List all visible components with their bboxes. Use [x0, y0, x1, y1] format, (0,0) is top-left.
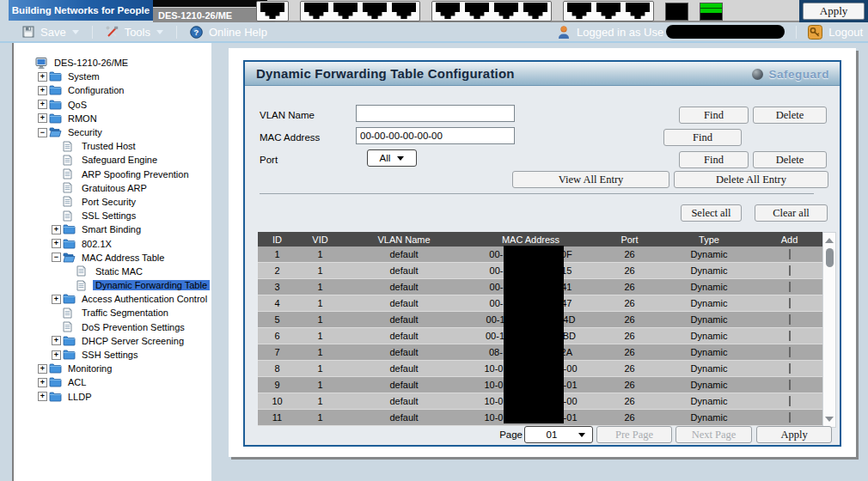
add-cell [756, 412, 822, 423]
next-page-button[interactable]: Next Page [675, 426, 752, 443]
sidebar-item-des-1210-26-me[interactable]: DES-1210-26/ME [22, 56, 208, 70]
add-checkbox[interactable] [789, 282, 791, 292]
port-status-strip [256, 0, 723, 22]
doc-icon [63, 155, 76, 166]
vlan-delete-button[interactable]: Delete [753, 107, 827, 124]
doc-icon [76, 280, 89, 291]
add-cell [756, 314, 822, 325]
expand-plus-icon[interactable]: + [52, 239, 61, 248]
add-checkbox[interactable] [789, 249, 791, 259]
scroll-down-arrow-icon[interactable] [823, 413, 835, 425]
sidebar-item-monitoring[interactable]: +Monitoring [22, 362, 208, 375]
delete-all-entry-button[interactable]: Delete All Entry [674, 171, 828, 188]
add-checkbox[interactable] [789, 412, 791, 423]
sidebar-item-gratuitous-arp[interactable]: Gratuitous ARP [22, 181, 208, 195]
port-select[interactable]: All [367, 149, 417, 167]
expand-plus-icon[interactable]: + [38, 392, 47, 401]
save-menu[interactable]: Save [22, 26, 79, 39]
page-select[interactable]: 01 [524, 426, 593, 443]
sidebar-item-safeguard-engine[interactable]: Safeguard Engine [22, 153, 208, 167]
add-checkbox[interactable] [789, 265, 791, 276]
pre-page-button[interactable]: Pre Page [596, 426, 672, 443]
sidebar-item-802-1x[interactable]: +802.1X [22, 236, 208, 250]
port-find-button[interactable]: Find [679, 151, 749, 168]
sidebar-item-trusted-host[interactable]: Trusted Host [22, 139, 208, 153]
port-delete-button[interactable]: Delete [753, 151, 827, 168]
table-scrollbar[interactable] [822, 232, 836, 428]
view-all-entry-button[interactable]: View All Entry [512, 171, 669, 188]
expand-plus-icon[interactable]: + [52, 336, 61, 345]
add-checkbox[interactable] [789, 363, 791, 374]
svg-text:?: ? [194, 27, 199, 37]
expand-plus-icon[interactable]: + [52, 295, 61, 304]
sidebar-item-static-mac[interactable]: Static MAC [22, 265, 208, 278]
expand-plus-icon[interactable]: + [52, 225, 61, 234]
expand-plus-icon[interactable]: + [38, 113, 47, 123]
sidebar-item-lldp[interactable]: +LLDP [22, 390, 208, 404]
tree-indent [50, 197, 63, 206]
cropped-label-area [153, 0, 267, 7]
page-apply-button[interactable]: Apply [756, 426, 832, 443]
add-checkbox[interactable] [789, 298, 791, 308]
vlan-find-button[interactable]: Find [679, 107, 749, 124]
type-cell: Dynamic [662, 265, 756, 276]
sidebar-item-smart-binding[interactable]: +Smart Binding [22, 222, 208, 236]
sidebar-item-dynamic-forwarding-table[interactable]: Dynamic Forwarding Table [22, 278, 208, 292]
expand-plus-icon[interactable]: + [38, 378, 47, 387]
banner-apply-button[interactable]: Apply [803, 3, 865, 20]
chevron-down-icon[interactable] [156, 30, 163, 34]
collapse-minus-icon[interactable]: − [52, 253, 61, 262]
folder-icon [49, 377, 62, 388]
sidebar-item-system[interactable]: +System [22, 70, 208, 83]
online-help-button[interactable]: ? Online Help [190, 26, 267, 39]
doc-icon [63, 307, 76, 319]
expand-plus-icon[interactable]: + [38, 72, 47, 82]
expand-plus-icon[interactable]: + [52, 350, 61, 360]
mac-address-input[interactable] [356, 127, 515, 144]
port-group [256, 1, 289, 21]
tree-indent [64, 266, 76, 276]
port-cell: 26 [597, 314, 662, 325]
clear-all-button[interactable]: Clear all [755, 204, 828, 222]
sidebar-item-mac-address-table[interactable]: −MAC Address Table [22, 251, 208, 265]
tree-indent: + [50, 225, 63, 234]
folder-icon [49, 71, 62, 82]
add-checkbox[interactable] [789, 331, 791, 341]
tree-indent: − [36, 128, 49, 137]
tree-indent [64, 281, 76, 290]
sidebar-item-rmon[interactable]: +RMON [22, 112, 208, 125]
online-help-label: Online Help [209, 26, 267, 39]
expand-plus-icon[interactable]: + [38, 364, 47, 374]
sidebar-item-security[interactable]: −Security [22, 125, 208, 139]
add-cell [756, 363, 822, 374]
select-all-button[interactable]: Select all [681, 204, 742, 222]
sidebar-item-dos-prevention-settings[interactable]: DoS Prevention Settings [22, 320, 208, 334]
port-cell: 26 [597, 396, 662, 406]
column-header-vid: VID [296, 234, 344, 245]
add-checkbox[interactable] [789, 347, 791, 357]
sidebar-item-qos[interactable]: +QoS [22, 98, 208, 112]
mac-find-button[interactable]: Find [663, 129, 742, 146]
add-checkbox[interactable] [789, 396, 791, 406]
port-group [300, 1, 420, 21]
sidebar-item-configuration[interactable]: +Configuration [22, 83, 208, 97]
sidebar-item-traffic-segmentation[interactable]: Traffic Segmentation [22, 306, 208, 320]
collapse-minus-icon[interactable]: − [38, 128, 47, 137]
sidebar-item-acl[interactable]: +ACL [22, 375, 208, 389]
sidebar-item-access-authentication-control[interactable]: +Access Authentication Control [22, 292, 208, 306]
logout-button[interactable]: Logout [828, 26, 863, 39]
sidebar-item-ssl-settings[interactable]: SSL Settings [22, 209, 208, 222]
chevron-down-icon[interactable] [72, 30, 79, 34]
sidebar-item-dhcp-server-screening[interactable]: +DHCP Server Screening [22, 334, 208, 348]
sidebar-item-arp-spoofing-prevention[interactable]: ARP Spoofing Prevention [22, 167, 208, 181]
sidebar-item-ssh-settings[interactable]: +SSH Settings [22, 348, 208, 362]
expand-plus-icon[interactable]: + [38, 100, 47, 109]
add-checkbox[interactable] [789, 314, 791, 325]
add-checkbox[interactable] [789, 380, 791, 390]
scroll-up-arrow-icon[interactable] [823, 234, 835, 247]
vlan-name-input[interactable] [356, 105, 515, 122]
expand-plus-icon[interactable]: + [38, 86, 47, 95]
scrollbar-thumb[interactable] [826, 248, 834, 267]
sidebar-item-port-security[interactable]: Port Security [22, 195, 208, 209]
tools-menu[interactable]: Tools [106, 26, 163, 39]
